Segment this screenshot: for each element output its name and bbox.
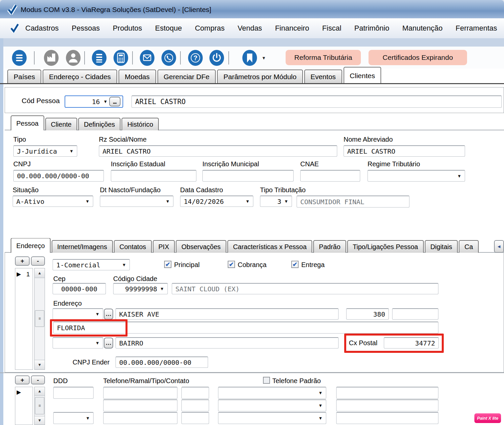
database-icon[interactable] xyxy=(12,50,27,66)
tab-pessoa-hist-rico[interactable]: Histórico xyxy=(122,118,159,130)
reforma-tributaria-button[interactable]: Reforma Tributária xyxy=(286,50,361,65)
tab-pessoa-pessoa[interactable]: Pessoa xyxy=(11,115,44,130)
numero-field[interactable]: 380 xyxy=(346,308,389,320)
bookmark-dropdown-arrow[interactable]: ▼ xyxy=(262,56,266,61)
telefone-field[interactable] xyxy=(103,387,177,399)
tab-eventos[interactable]: Eventos xyxy=(304,70,342,83)
telefone-field[interactable] xyxy=(103,412,177,424)
scroll-up-icon[interactable]: ▲ xyxy=(35,387,45,396)
bookmark-icon[interactable] xyxy=(242,50,257,66)
chevron-down-icon[interactable]: ▼ xyxy=(455,174,461,179)
chevron-down-icon[interactable]: ▼ xyxy=(120,262,126,267)
cnae-field[interactable] xyxy=(300,170,360,182)
contato-field[interactable] xyxy=(336,399,438,411)
inscricao-estadual-field[interactable] xyxy=(111,170,196,182)
tipo-telefone-combo[interactable]: ▼ xyxy=(218,412,326,424)
cnpj-field[interactable]: 00.000.000/0000-00 xyxy=(13,170,104,182)
ddd-field[interactable] xyxy=(53,387,94,399)
menu-item-compras[interactable]: Compras xyxy=(195,24,224,33)
menu-item-fiscal[interactable]: Fiscal xyxy=(322,24,341,33)
chevron-down-icon[interactable]: ▼ xyxy=(163,199,170,204)
menu-item-estoque[interactable]: Estoque xyxy=(155,24,182,33)
chevron-down-icon[interactable]: ▼ xyxy=(93,312,100,317)
chevron-down-icon[interactable]: ▼ xyxy=(101,99,108,104)
tab-detail-contatos[interactable]: Contatos xyxy=(114,240,152,253)
logradouro-lookup-button[interactable]: … xyxy=(104,309,113,320)
nome-abreviado-field[interactable]: ARIEL CASTRO xyxy=(344,145,465,157)
tab-moedas[interactable]: Moedas xyxy=(119,70,156,83)
help-icon[interactable]: ? xyxy=(188,50,203,66)
endereco-add-button[interactable]: + xyxy=(15,256,30,266)
tab-detail-caracter-sticas-x-pessoa[interactable]: Características x Pessoa xyxy=(227,240,312,253)
telefone-add-button[interactable]: + xyxy=(15,375,30,384)
telefone-remove-button[interactable]: - xyxy=(31,375,45,384)
chevron-down-icon[interactable]: ▼ xyxy=(316,403,323,408)
endereco-scrollbar[interactable]: ▲ ≡ ▼ xyxy=(34,268,45,370)
chevron-down-icon[interactable]: ▼ xyxy=(282,199,288,204)
inscricao-municipal-field[interactable] xyxy=(202,170,294,182)
scroll-down-icon[interactable]: ▼ xyxy=(35,360,45,369)
ramal-field[interactable] xyxy=(181,412,209,424)
tipo-logradouro-combo[interactable]: ▼ xyxy=(53,308,103,320)
cod-pessoa-combo[interactable]: 16 ▼ … xyxy=(65,95,123,108)
chevron-down-icon[interactable]: ▼ xyxy=(67,149,74,154)
tab-detail-pix[interactable]: PIX xyxy=(153,240,175,253)
logradouro-field[interactable]: KAISER AVE xyxy=(116,308,339,320)
endereco-linha2-field[interactable]: FLORIDA xyxy=(53,322,438,334)
menu-item-ferramentas[interactable]: Ferramentas xyxy=(456,24,497,33)
tipo-combo[interactable]: J-Jurídica▼ xyxy=(13,145,77,157)
tab-detail-endere-o[interactable]: Endereço xyxy=(11,238,51,253)
tab-detail-digitais[interactable]: Digitais xyxy=(425,240,458,253)
dt-nascto-combo[interactable]: ▼ xyxy=(100,196,173,207)
tab-clientes[interactable]: Clientes xyxy=(344,67,381,83)
tab-detail-padr-o[interactable]: Padrão xyxy=(313,240,346,253)
ddd-combo[interactable]: ▼ xyxy=(53,412,94,424)
menu-item-vendas[interactable]: Vendas xyxy=(238,24,262,33)
tipo-tributacao-combo[interactable]: 3▼ xyxy=(260,196,292,207)
complemento-field[interactable] xyxy=(392,308,438,320)
chevron-down-icon[interactable]: ▼ xyxy=(83,199,90,204)
calculator-icon[interactable] xyxy=(113,50,128,66)
cod-pessoa-lookup-button[interactable]: … xyxy=(109,97,121,106)
whatsapp-icon[interactable] xyxy=(161,50,176,66)
menu-item-produtos[interactable]: Produtos xyxy=(113,24,142,33)
scroll-thumb[interactable]: ≡ xyxy=(35,310,44,327)
person-icon[interactable] xyxy=(66,50,81,66)
menu-item-pessoas[interactable]: Pessoas xyxy=(72,24,100,33)
tab-pa-ses[interactable]: Países xyxy=(7,70,41,83)
endereco-remove-button[interactable]: - xyxy=(31,256,45,266)
tab-detail-ca[interactable]: Ca xyxy=(459,240,479,253)
cnpj-ender-field[interactable]: 00.000.000/0000-00 xyxy=(116,356,208,368)
tipo-bairro-combo[interactable]: ▼ xyxy=(53,337,103,349)
power-icon[interactable] xyxy=(209,50,224,66)
factory-icon[interactable] xyxy=(44,50,59,66)
tab-par-metros-por-m-dulo[interactable]: Parâmetros por Módulo xyxy=(217,70,303,83)
scroll-thumb[interactable]: ≡ xyxy=(35,397,44,414)
regime-tributario-combo[interactable]: ▼ xyxy=(368,170,465,182)
telefone-field[interactable] xyxy=(103,399,177,411)
tab-pessoa-cliente[interactable]: Cliente xyxy=(45,118,77,130)
pessoa-nome-field[interactable]: ARIEL CASTRO xyxy=(131,95,502,108)
scroll-down-icon[interactable]: ▼ xyxy=(35,416,45,425)
tab-endere-o-cidades[interactable]: Endereço - Cidades xyxy=(43,70,117,83)
chevron-down-icon[interactable]: ▼ xyxy=(158,286,164,291)
rz-social-field[interactable]: ARIEL CASTRO xyxy=(99,145,337,157)
situacao-combo[interactable]: A-Ativo▼ xyxy=(13,196,93,207)
chevron-down-icon[interactable]: ▼ xyxy=(93,341,100,346)
data-cadastro-combo[interactable]: 14/02/2026▼ xyxy=(180,196,253,207)
list-icon[interactable] xyxy=(92,50,107,66)
menu-item-manuten-o[interactable]: Manutenção xyxy=(402,24,442,33)
chevron-down-icon[interactable]: ▼ xyxy=(84,416,90,421)
chevron-down-icon[interactable]: ▼ xyxy=(243,199,250,204)
scroll-up-icon[interactable]: ▲ xyxy=(35,268,45,278)
contato-field[interactable] xyxy=(336,387,438,399)
principal-checkbox[interactable]: ✔ xyxy=(164,261,171,268)
entrega-checkbox[interactable]: ✔ xyxy=(291,261,299,268)
tab-gerenciar-dfe[interactable]: Gerenciar DFe xyxy=(157,70,216,83)
tipo-endereco-combo[interactable]: 1-Comercial▼ xyxy=(53,259,130,270)
tab-pessoa-defini-es[interactable]: Definições xyxy=(78,118,121,130)
bairro-field[interactable]: BAIRRO xyxy=(116,337,339,349)
tab-detail-tipo-liga-es-pessoa[interactable]: Tipo/Ligações Pessoa xyxy=(347,240,424,253)
mail-icon[interactable] xyxy=(139,50,155,66)
bairro-lookup-button[interactable]: … xyxy=(104,338,113,349)
